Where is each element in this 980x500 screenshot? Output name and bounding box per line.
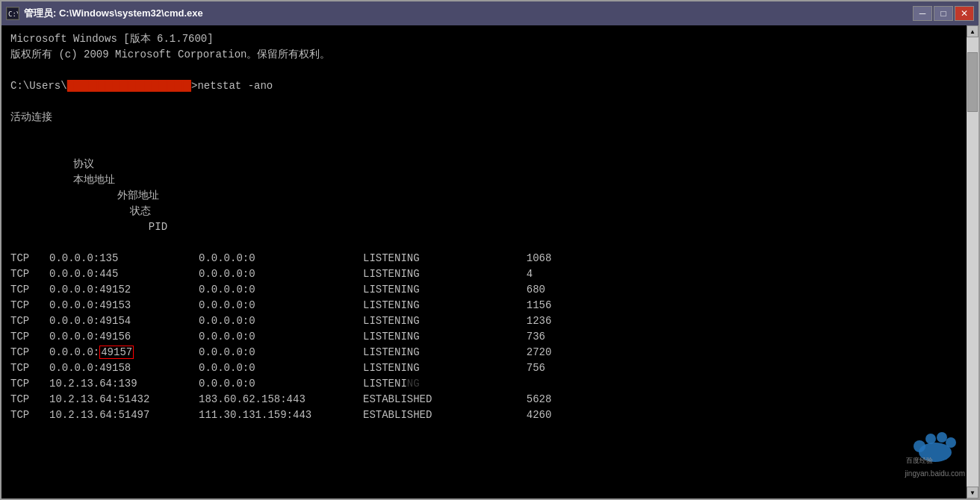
cell-local: 0.0.0.0:49153 xyxy=(49,298,199,313)
connection-table: TCP 0.0.0.0:1350.0.0.0:0 LISTENING 1068T… xyxy=(10,251,958,423)
cell-proto: TCP xyxy=(10,407,49,423)
cell-proto: TCP xyxy=(10,345,49,360)
cell-foreign: 183.60.62.158:443 xyxy=(199,392,363,407)
cell-proto: TCP xyxy=(10,282,49,298)
table-row: TCP 0.0.0.0:4450.0.0.0:0 LISTENING 4 xyxy=(10,266,958,282)
vertical-scrollbar[interactable]: ▲ ▼ xyxy=(967,25,979,499)
line-copyright: 版权所有 (c) 2009 Microsoft Corporation。保留所有… xyxy=(10,47,958,63)
scroll-down-button[interactable]: ▼ xyxy=(967,487,979,499)
prompt-prefix: C:\Users\ xyxy=(10,80,67,92)
cell-state: LISTENING xyxy=(363,376,483,392)
cell-foreign: 0.0.0.0:0 xyxy=(199,376,363,392)
table-row: TCP 0.0.0.0:1350.0.0.0:0 LISTENING 1068 xyxy=(10,251,958,266)
cell-proto: TCP xyxy=(10,392,49,407)
table-row: TCP 10.2.13.64:1390.0.0.0:0 LISTENING xyxy=(10,376,958,392)
cell-pid: 4260 xyxy=(483,407,551,423)
highlighted-port: 49157 xyxy=(99,346,134,359)
cell-proto: TCP xyxy=(10,376,49,392)
cell-pid: 680 xyxy=(483,282,545,298)
cell-proto: TCP xyxy=(10,298,49,313)
cell-state: LISTENING xyxy=(363,282,483,298)
terminal-output[interactable]: Microsoft Windows [版本 6.1.7600] 版权所有 (c)… xyxy=(1,25,967,499)
header-local: 本地地址 xyxy=(61,172,210,188)
table-row: TCP 10.2.13.64:51497111.30.131.159:443 E… xyxy=(10,407,958,423)
svg-point-3 xyxy=(925,434,936,444)
cell-state: LISTENING xyxy=(363,266,483,282)
scroll-thumb[interactable] xyxy=(967,52,978,112)
obscured-state: NG xyxy=(407,378,420,390)
svg-point-4 xyxy=(937,432,947,443)
redacted-username: ████████████████ xyxy=(67,80,191,92)
table-row: TCP 0.0.0.0:491570.0.0.0:0 LISTENING 272… xyxy=(10,345,958,360)
cell-state: LISTENING xyxy=(363,360,483,376)
cell-pid xyxy=(483,376,527,392)
line-active: 活动连接 xyxy=(10,110,958,125)
svg-text:C:\: C:\ xyxy=(8,10,18,18)
table-row: TCP 10.2.13.64:51432183.60.62.158:443 ES… xyxy=(10,392,958,407)
minimize-button[interactable]: ─ xyxy=(913,6,932,21)
window-title: 管理员: C:\Windows\system32\cmd.exe xyxy=(24,7,203,20)
cell-state: LISTENING xyxy=(363,251,483,266)
close-button[interactable]: ✕ xyxy=(955,6,974,21)
table-row: TCP 0.0.0.0:491560.0.0.0:0 LISTENING 736 xyxy=(10,329,958,345)
cell-pid: 4 xyxy=(483,266,533,282)
cell-foreign: 0.0.0.0:0 xyxy=(199,282,363,298)
cell-pid: 1156 xyxy=(483,298,551,313)
cell-local: 0.0.0.0:49157 xyxy=(49,345,199,360)
table-row: TCP 0.0.0.0:491530.0.0.0:0 LISTENING 115… xyxy=(10,298,958,313)
window-controls: ─ □ ✕ xyxy=(913,6,974,21)
baidu-watermark: 百度经验 jingyan.baidu.com xyxy=(905,424,965,478)
cell-pid: 1236 xyxy=(483,313,551,329)
command-text: >netstat -ano xyxy=(191,80,273,92)
header-pid: PID xyxy=(61,219,167,235)
table-row: TCP 0.0.0.0:491580.0.0.0:0 LISTENING 756 xyxy=(10,360,958,376)
baidu-logo-svg: 百度经验 xyxy=(905,424,964,465)
table-header: 协议 本地地址 外部地址 状态 PID xyxy=(10,141,958,251)
cell-local: 10.2.13.64:139 xyxy=(49,376,199,392)
cmd-window: C:\ 管理员: C:\Windows\system32\cmd.exe ─ □… xyxy=(0,0,980,500)
cell-pid: 2720 xyxy=(483,345,551,360)
line-empty-3 xyxy=(10,125,958,141)
scroll-track[interactable] xyxy=(967,37,979,487)
cell-pid: 736 xyxy=(483,329,545,345)
cell-foreign: 0.0.0.0:0 xyxy=(199,251,363,266)
cell-proto: TCP xyxy=(10,329,49,345)
cell-foreign: 0.0.0.0:0 xyxy=(199,298,363,313)
table-row: TCP 0.0.0.0:491540.0.0.0:0 LISTENING 123… xyxy=(10,313,958,329)
cell-state: LISTENING xyxy=(363,313,483,329)
cell-foreign: 0.0.0.0:0 xyxy=(199,360,363,376)
cell-pid: 756 xyxy=(483,360,545,376)
cell-pid: 1068 xyxy=(483,251,551,266)
content-area: Microsoft Windows [版本 6.1.7600] 版权所有 (c)… xyxy=(1,25,979,499)
cell-pid: 5628 xyxy=(483,392,551,407)
cell-local: 0.0.0.0:49154 xyxy=(49,313,199,329)
maximize-button[interactable]: □ xyxy=(934,6,953,21)
header-proto: 协议 xyxy=(61,157,99,172)
cell-local: 0.0.0.0:49158 xyxy=(49,360,199,376)
line-command: C:\Users\████████████████>netstat -ano xyxy=(10,78,958,94)
title-bar-left: C:\ 管理员: C:\Windows\system32\cmd.exe xyxy=(6,7,203,20)
cell-local: 0.0.0.0:49156 xyxy=(49,329,199,345)
cell-local: 10.2.13.64:51497 xyxy=(49,407,199,423)
cell-local: 10.2.13.64:51432 xyxy=(49,392,199,407)
line-version: Microsoft Windows [版本 6.1.7600] xyxy=(10,31,958,47)
svg-text:百度经验: 百度经验 xyxy=(906,457,933,464)
cell-state: LISTENING xyxy=(363,345,483,360)
cell-proto: TCP xyxy=(10,266,49,282)
cell-proto: TCP xyxy=(10,313,49,329)
cell-proto: TCP xyxy=(10,360,49,376)
cell-foreign: 111.30.131.159:443 xyxy=(199,407,363,423)
cell-foreign: 0.0.0.0:0 xyxy=(199,313,363,329)
header-state: 状态 xyxy=(61,204,180,219)
cell-state: ESTABLISHED xyxy=(363,392,483,407)
cell-local: 0.0.0.0:135 xyxy=(49,251,199,266)
cmd-icon: C:\ xyxy=(6,7,19,20)
table-row: TCP 0.0.0.0:491520.0.0.0:0 LISTENING 680 xyxy=(10,282,958,298)
cell-state: ESTABLISHED xyxy=(363,407,483,423)
header-foreign: 外部地址 xyxy=(61,188,225,204)
cell-foreign: 0.0.0.0:0 xyxy=(199,345,363,360)
line-empty-2 xyxy=(10,94,958,110)
baidu-url: jingyan.baidu.com xyxy=(905,469,965,478)
scroll-up-button[interactable]: ▲ xyxy=(967,25,979,37)
cell-state: LISTENING xyxy=(363,329,483,345)
